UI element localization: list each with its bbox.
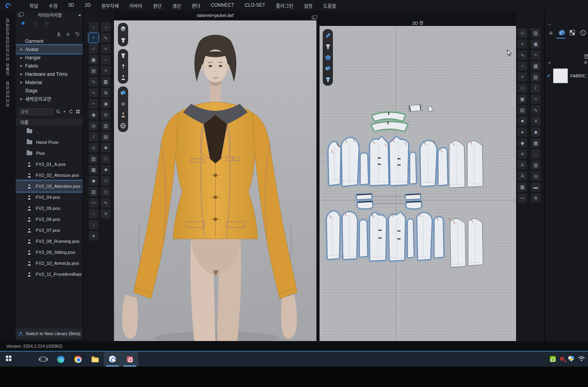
새싹강의교안[interactable]: ▶ 새싹강의교안 [16, 95, 83, 103]
drape-view-icon[interactable] [119, 100, 127, 107]
FV2_07.pos[interactable]: FV2_07.pos [16, 225, 83, 236]
texture-checker[interactable]: ▩ [101, 77, 110, 86]
collar-pattern-piece[interactable] [371, 122, 408, 131]
pattern-piece[interactable] [370, 137, 389, 185]
trim[interactable]: ◇ [101, 187, 110, 196]
show-pins-icon[interactable] [119, 63, 127, 70]
taskbar-chrome[interactable] [69, 352, 86, 367]
vtab-history[interactable]: 작업내역창 [5, 18, 11, 40]
pattern-piece[interactable] [434, 217, 444, 258]
iron[interactable]: ▨ [531, 28, 540, 38]
show-base-pattern-icon[interactable] [324, 76, 331, 83]
shrinkage[interactable]: ▩ [531, 61, 540, 71]
show-avatar-icon[interactable] [119, 74, 127, 81]
transform-pattern[interactable]: ◇ [518, 28, 527, 38]
menu-connect[interactable]: CONNECT [211, 2, 234, 9]
tab-scene-list[interactable]: ≡ [547, 28, 555, 37]
pattern-info-icon[interactable] [324, 54, 331, 61]
..[interactable]: .. [16, 126, 83, 137]
show-garment-2d-icon[interactable] [324, 43, 331, 50]
trash-icon[interactable] [584, 53, 588, 59]
fabric-list-item[interactable]: ✔ FABRIC 1 [545, 67, 588, 85]
environment-view-icon[interactable] [119, 122, 127, 129]
FV2_06.pos[interactable]: FV2_06.pos [16, 214, 83, 225]
menu-closet[interactable]: CLO-SET [245, 2, 265, 9]
piping[interactable]: ∿ [101, 198, 110, 207]
vtab-modular-library[interactable]: 모듈러 라이브러리 [5, 39, 11, 75]
drape-jacket[interactable]: ▦ [89, 165, 98, 174]
Avatar[interactable]: ▶ Avatar [16, 45, 83, 53]
taskbar-task-view[interactable] [35, 352, 52, 367]
edit-curvature[interactable]: ∿ [518, 50, 527, 60]
security-agent-icon[interactable] [560, 357, 564, 361]
taskbar-clo-alpha[interactable] [121, 352, 138, 367]
pattern-piece[interactable] [408, 219, 414, 258]
flatten-to-pattern[interactable]: ▧ [89, 154, 98, 163]
patch[interactable]: ◆ [531, 127, 540, 137]
switch-library-button[interactable]: Switch to New Library (Beta) [16, 328, 83, 339]
layer-clone[interactable]: ▦ [531, 138, 540, 148]
menu-file[interactable]: 파일 [29, 2, 38, 9]
measure-tape[interactable]: ▥ [89, 187, 98, 196]
tack-on-avatar[interactable]: ◎ [89, 121, 98, 130]
stitch-detail[interactable]: ~ [101, 55, 110, 64]
menu-materials[interactable]: 원부자재 [101, 2, 119, 9]
internal-rectangle[interactable]: ■ [518, 116, 527, 126]
elastic[interactable]: ∿ [531, 105, 540, 115]
pattern-piece[interactable] [428, 106, 432, 112]
menu-settings[interactable]: 설정 [304, 2, 312, 9]
nvidia-settings-icon[interactable] [550, 356, 556, 362]
trim-rect-b[interactable]: □ [101, 154, 110, 163]
menu-avatar[interactable]: 아바타 [129, 2, 142, 9]
pattern-outline[interactable]: □ [518, 83, 527, 93]
pattern-piece[interactable] [342, 212, 357, 259]
add-point[interactable]: ○ [518, 61, 527, 71]
fabric-swatch[interactable] [553, 68, 568, 83]
simulate[interactable]: ↓ [89, 22, 98, 31]
redo-icon[interactable] [44, 21, 50, 27]
add-icon[interactable]: ＋ [65, 30, 71, 38]
grid-view-icon[interactable] [75, 109, 80, 114]
vtab-library[interactable]: 라이브러리창 [5, 81, 11, 107]
menu-3d[interactable]: 3D [68, 2, 74, 9]
seam-ripper[interactable]: × [101, 66, 110, 75]
internal-circle[interactable]: ● [518, 127, 527, 137]
garment-layer-down[interactable]: ↓ [89, 220, 98, 229]
FV2_02_Aforsize.pos[interactable]: FV2_02_Aforsize.pos [16, 170, 83, 181]
garment-layer-up[interactable]: ↑ [89, 209, 98, 218]
skin-view-icon[interactable] [119, 111, 127, 118]
Garment[interactable]: ▶ Garment [16, 37, 83, 45]
favorites-icon[interactable]: ★ [20, 20, 26, 27]
pattern-piece[interactable] [389, 212, 405, 261]
FV2_03_Attention.pos[interactable]: FV2_03_Attention.pos [16, 181, 83, 192]
free-sewing[interactable]: ≈ [89, 88, 98, 97]
style-fold[interactable]: ◆ [89, 176, 98, 185]
FV2_11_FrontArmRais[interactable]: FV2_11_FrontArmRais [16, 269, 83, 280]
sewing-machine[interactable]: ▤ [89, 66, 98, 75]
popout-icon[interactable] [18, 14, 22, 17]
Hardware and Trims[interactable]: ▶ Hardware and Trims [16, 70, 83, 78]
zipper-puller[interactable]: ▤ [101, 132, 110, 141]
taskbar-search[interactable] [17, 352, 35, 367]
taskbar-edge[interactable] [52, 352, 69, 367]
pleats[interactable]: ≋ [531, 193, 540, 203]
fabric-list-caret-icon[interactable]: ▼ [548, 61, 551, 65]
knife[interactable]: × [518, 72, 527, 82]
stitch-edit[interactable]: ∿ [101, 33, 110, 42]
menu-render[interactable]: 렌더 [191, 2, 200, 9]
puckering[interactable]: ≈ [531, 50, 540, 60]
binding[interactable]: ≡ [101, 209, 110, 218]
pattern-piece[interactable] [327, 211, 340, 259]
pattern-ruler[interactable]: — [518, 193, 527, 203]
texture-edit[interactable]: ▧ [531, 72, 540, 82]
FV2_04.pos[interactable]: FV2_04.pos [16, 192, 83, 203]
search-icon[interactable] [56, 109, 61, 114]
avatar-measure[interactable]: ● [89, 231, 98, 240]
basting[interactable]: ≈ [531, 94, 540, 104]
tab-button[interactable] [579, 28, 587, 37]
wifi-icon[interactable] [578, 356, 585, 361]
3d-popout-icon[interactable] [312, 17, 315, 19]
button-head[interactable]: ◉ [101, 99, 110, 108]
edit-sewing[interactable]: ~ [89, 99, 98, 108]
shirring[interactable]: ≡ [531, 116, 540, 126]
